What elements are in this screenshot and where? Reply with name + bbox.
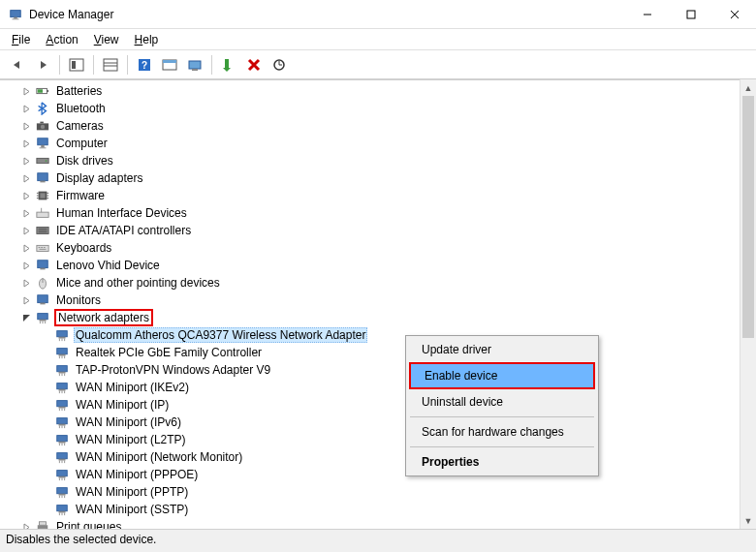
context-menu-item[interactable]: Enable device (411, 364, 593, 387)
network-adapter-icon (54, 467, 70, 482)
tree-category[interactable]: Human Interface Devices (0, 204, 756, 222)
enable-button[interactable] (217, 53, 240, 77)
category-label: Monitors (54, 293, 103, 307)
tree-category[interactable]: Mice and other pointing devices (0, 274, 756, 291)
category-label: IDE ATA/ATAPI controllers (54, 224, 193, 237)
menu-file[interactable]: File (4, 31, 38, 48)
app-icon (8, 7, 23, 22)
tree-device[interactable]: WAN Miniport (L2TP) (0, 431, 756, 448)
tree-category[interactable]: Lenovo Vhid Device (0, 257, 756, 274)
expand-arrow-icon[interactable] (19, 171, 33, 185)
category-label: Firmware (54, 189, 107, 202)
expand-arrow-icon[interactable] (19, 520, 33, 529)
svg-rect-71 (57, 436, 68, 442)
tree-category[interactable]: IDE ATA/ATAPI controllers (0, 222, 756, 239)
tree-category[interactable]: Monitors (0, 291, 756, 309)
expand-arrow-icon[interactable] (19, 276, 33, 290)
tree-category[interactable]: Keyboards (0, 239, 756, 257)
tree-category[interactable]: Display adapters (0, 169, 756, 187)
svg-rect-20 (47, 90, 48, 92)
svg-rect-2 (13, 18, 19, 19)
expand-arrow-icon[interactable] (19, 102, 33, 115)
vertical-scrollbar[interactable]: ▲ ▼ (740, 79, 756, 529)
expand-arrow-icon[interactable] (19, 259, 33, 272)
tree-category[interactable]: Firmware (0, 187, 756, 204)
svg-rect-46 (37, 245, 48, 251)
update-driver-button[interactable] (268, 53, 291, 77)
category-label: Computer (54, 137, 110, 150)
mouse-icon (35, 275, 50, 291)
expand-arrow-icon[interactable] (19, 84, 33, 98)
uninstall-button[interactable] (242, 53, 266, 77)
category-label: Network adapters (54, 309, 153, 326)
expand-arrow-icon[interactable] (19, 154, 33, 168)
svg-rect-55 (38, 295, 48, 303)
svg-rect-65 (57, 383, 68, 389)
tree-category[interactable]: Print queues (0, 518, 756, 529)
tree-category[interactable]: Computer (0, 135, 756, 152)
maximize-button[interactable] (669, 0, 712, 29)
tree-category[interactable]: Disk drives (0, 152, 756, 169)
tree-device[interactable]: Qualcomm Atheros QCA9377 Wireless Networ… (0, 326, 756, 344)
tree-category[interactable]: Bluetooth (0, 100, 756, 117)
tree-category[interactable]: Network adapters (0, 309, 756, 326)
scan-hardware-button[interactable] (183, 53, 206, 77)
tree-device[interactable]: TAP-ProtonVPN Windows Adapter V9 (0, 361, 756, 379)
expand-arrow-icon[interactable] (19, 241, 33, 255)
titlebar: Device Manager (0, 0, 756, 29)
tree-device[interactable]: WAN Miniport (Network Monitor) (0, 448, 756, 466)
bluetooth-icon (35, 101, 50, 116)
expand-arrow-icon[interactable] (19, 206, 33, 220)
svg-rect-64 (59, 372, 66, 374)
help-button[interactable]: ? (133, 53, 156, 77)
tree-device[interactable]: WAN Miniport (IP) (0, 396, 756, 414)
expand-arrow-icon[interactable] (19, 189, 33, 202)
svg-rect-78 (59, 494, 66, 496)
tree-device[interactable]: WAN Miniport (PPPOE) (0, 466, 756, 483)
svg-rect-52 (40, 268, 45, 270)
scroll-down-button[interactable]: ▼ (740, 512, 756, 529)
device-tree[interactable]: BatteriesBluetoothCamerasComputerDisk dr… (0, 79, 756, 529)
expand-arrow-icon[interactable] (19, 293, 33, 307)
context-menu-item[interactable]: Uninstall device (408, 390, 596, 414)
context-menu-item[interactable]: Scan for hardware changes (408, 420, 596, 444)
svg-rect-4 (687, 11, 695, 18)
expand-arrow-icon[interactable] (19, 137, 33, 150)
expand-arrow-icon[interactable] (19, 119, 33, 133)
device-label: Qualcomm Atheros QCA9377 Wireless Networ… (74, 327, 367, 343)
camera-icon (35, 118, 50, 134)
ide-icon (35, 223, 50, 238)
properties-button[interactable] (99, 53, 122, 77)
network-adapter-icon (54, 432, 70, 447)
scroll-up-button[interactable]: ▲ (740, 79, 756, 96)
svg-text:?: ? (142, 60, 147, 71)
tree-category[interactable]: Cameras (0, 117, 756, 135)
menu-help[interactable]: Help (127, 31, 167, 48)
show-hide-tree-button[interactable] (65, 53, 88, 77)
tree-category[interactable]: Batteries (0, 82, 756, 100)
tree-device[interactable]: WAN Miniport (IPv6) (0, 414, 756, 431)
context-menu-item[interactable]: Update driver (408, 338, 596, 361)
minimize-button[interactable] (625, 0, 669, 29)
network-adapter-icon (54, 484, 70, 500)
menu-view[interactable]: View (86, 31, 127, 48)
svg-rect-58 (40, 320, 47, 322)
svg-rect-25 (38, 138, 48, 145)
tree-device[interactable]: Realtek PCIe GbE Family Controller (0, 344, 756, 361)
tree-device[interactable]: WAN Miniport (IKEv2) (0, 379, 756, 396)
action-button[interactable] (158, 53, 181, 77)
firmware-icon (35, 188, 50, 203)
context-menu-item[interactable]: Properties (408, 450, 596, 474)
back-button[interactable] (6, 53, 29, 77)
scrollbar-thumb[interactable] (742, 96, 754, 338)
tree-device[interactable]: WAN Miniport (PPTP) (0, 483, 756, 501)
svg-rect-59 (57, 331, 68, 337)
expand-arrow-icon[interactable] (19, 224, 33, 237)
expand-arrow-icon[interactable] (19, 311, 33, 324)
svg-rect-72 (59, 442, 66, 444)
category-label: Keyboards (54, 241, 113, 255)
menu-action[interactable]: Action (38, 31, 85, 48)
tree-device[interactable]: WAN Miniport (SSTP) (0, 501, 756, 518)
forward-button[interactable] (31, 53, 54, 77)
close-button[interactable] (712, 0, 756, 29)
